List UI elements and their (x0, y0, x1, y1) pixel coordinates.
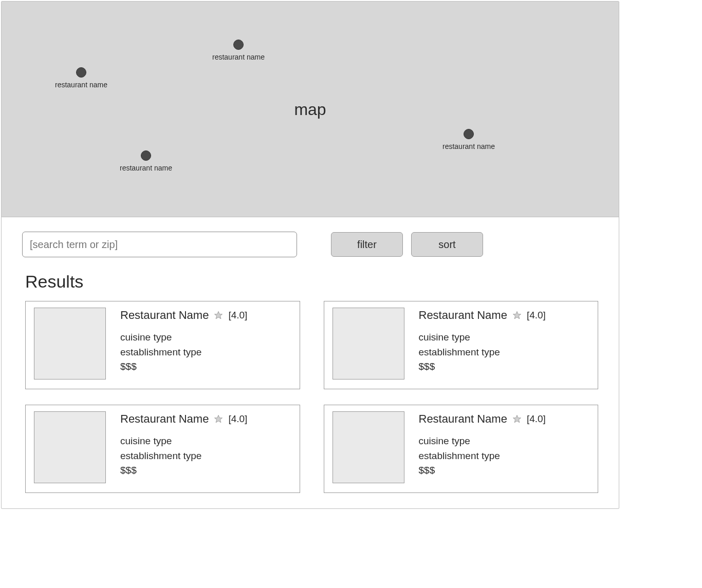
result-name: Restaurant Name (120, 309, 209, 322)
result-card[interactable]: Restaurant Name [4.0] cuisine type estab… (324, 301, 599, 389)
result-header: Restaurant Name [4.0] (120, 412, 291, 426)
result-thumbnail (332, 411, 404, 483)
star-icon (512, 414, 522, 424)
result-thumbnail (332, 308, 404, 380)
svg-marker-1 (513, 312, 521, 319)
price-level: $$$ (120, 359, 291, 374)
establishment-type: establishment type (120, 449, 291, 464)
result-name: Restaurant Name (419, 309, 507, 322)
result-header: Restaurant Name [4.0] (120, 309, 291, 322)
cuisine-type: cuisine type (419, 434, 590, 449)
star-icon (512, 311, 522, 320)
map-pin-dot-icon[interactable] (141, 150, 151, 161)
map-pin-dot-icon[interactable] (464, 129, 474, 139)
map-pin-label: restaurant name (120, 164, 172, 172)
cuisine-type: cuisine type (120, 330, 291, 345)
map-pin[interactable]: restaurant name (212, 40, 265, 61)
price-level: $$$ (419, 463, 590, 478)
result-name: Restaurant Name (120, 412, 209, 426)
result-body: Restaurant Name [4.0] cuisine type estab… (120, 411, 291, 478)
result-header: Restaurant Name [4.0] (419, 412, 590, 426)
result-card[interactable]: Restaurant Name [4.0] cuisine type estab… (25, 405, 300, 493)
result-meta: cuisine type establishment type $$$ (120, 330, 291, 374)
result-body: Restaurant Name [4.0] cuisine type estab… (419, 308, 590, 374)
result-rating: [4.0] (527, 310, 546, 321)
map-pin[interactable]: restaurant name (120, 150, 172, 172)
svg-marker-0 (215, 312, 223, 319)
result-rating: [4.0] (228, 310, 247, 321)
map-pin-dot-icon[interactable] (233, 40, 244, 50)
search-input[interactable] (22, 232, 297, 257)
price-level: $$$ (419, 359, 590, 374)
map-area[interactable]: map restaurant name restaurant name rest… (2, 2, 619, 217)
price-level: $$$ (120, 463, 291, 478)
results-heading: Results (2, 257, 619, 301)
map-pin[interactable]: restaurant name (442, 129, 495, 150)
result-rating: [4.0] (527, 413, 546, 425)
app-frame: map restaurant name restaurant name rest… (1, 1, 619, 509)
svg-marker-3 (513, 415, 521, 423)
controls-bar: filter sort (2, 217, 619, 257)
result-body: Restaurant Name [4.0] cuisine type estab… (120, 308, 291, 374)
establishment-type: establishment type (419, 449, 590, 464)
star-icon (214, 311, 223, 320)
establishment-type: establishment type (120, 345, 291, 360)
map-pin-label: restaurant name (55, 81, 107, 89)
results-grid: Restaurant Name [4.0] cuisine type estab… (2, 301, 619, 508)
map-pin-dot-icon[interactable] (76, 67, 86, 78)
star-icon (214, 414, 223, 424)
establishment-type: establishment type (419, 345, 590, 360)
button-group: filter sort (331, 232, 483, 257)
filter-button[interactable]: filter (331, 232, 403, 257)
map-label: map (294, 100, 326, 119)
result-thumbnail (34, 308, 106, 380)
result-header: Restaurant Name [4.0] (419, 309, 590, 322)
cuisine-type: cuisine type (419, 330, 590, 345)
map-pin-label: restaurant name (442, 142, 495, 150)
result-body: Restaurant Name [4.0] cuisine type estab… (419, 411, 590, 478)
cuisine-type: cuisine type (120, 434, 291, 449)
map-pin[interactable]: restaurant name (55, 67, 107, 89)
result-meta: cuisine type establishment type $$$ (419, 330, 590, 374)
result-meta: cuisine type establishment type $$$ (120, 434, 291, 478)
result-card[interactable]: Restaurant Name [4.0] cuisine type estab… (25, 301, 300, 389)
result-meta: cuisine type establishment type $$$ (419, 434, 590, 478)
result-rating: [4.0] (228, 413, 247, 425)
result-card[interactable]: Restaurant Name [4.0] cuisine type estab… (324, 405, 599, 493)
result-thumbnail (34, 411, 106, 483)
result-name: Restaurant Name (419, 412, 507, 426)
map-pin-label: restaurant name (212, 53, 265, 61)
sort-button[interactable]: sort (411, 232, 483, 257)
svg-marker-2 (215, 415, 223, 423)
